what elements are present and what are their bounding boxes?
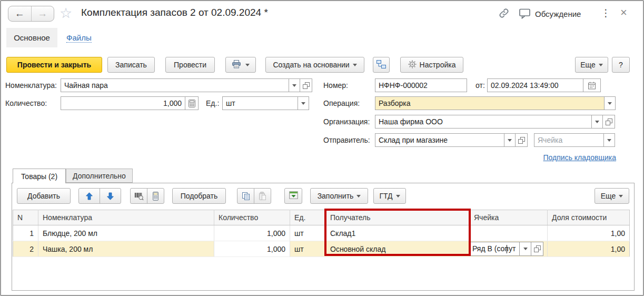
fill-button[interactable]: Заполнить [310, 188, 368, 204]
chevron-down-icon [599, 64, 603, 66]
sender-open-icon[interactable] [515, 133, 528, 147]
page-title: Комплектация запасов 2 от 02.09.2024 * [81, 7, 268, 18]
column-header-nomenclature[interactable]: Номенклатура [38, 210, 214, 225]
items-table: N Номенклатура Количество Ед. Получатель… [13, 210, 630, 257]
cell-receiver[interactable]: Основной склад [326, 241, 470, 257]
unit-dropdown-button[interactable] [298, 96, 309, 110]
cell-n[interactable]: 1 [13, 225, 38, 241]
show-in-list-button[interactable] [284, 188, 302, 204]
table-row[interactable]: 1 Блюдце, 200 мл 1,000 шт Склад1 1,00 [13, 225, 630, 241]
cell-quantity[interactable]: 1,000 [214, 225, 290, 241]
barcode-group [130, 188, 164, 204]
barcode-scan-icon[interactable] [130, 188, 147, 204]
settings-label: Настройка [420, 61, 456, 69]
cell-unit[interactable]: шт [290, 241, 326, 257]
column-header-quantity[interactable]: Количество [214, 210, 290, 225]
cell-quantity[interactable]: 1,000 [214, 241, 290, 257]
settings-button[interactable]: Настройка [400, 57, 463, 73]
cell-nomenclature[interactable]: Блюдце, 200 мл [38, 225, 214, 241]
discussion-icon[interactable] [519, 8, 531, 19]
more-button[interactable]: Еще [575, 57, 608, 73]
cell-nomenclature[interactable]: Чашка, 200 мл [38, 241, 214, 257]
cell-n[interactable]: 2 [13, 241, 38, 257]
table-header-row: N Номенклатура Количество Ед. Получатель… [13, 210, 630, 225]
print-button[interactable] [225, 57, 256, 73]
gtd-button[interactable]: ГТД [373, 188, 406, 204]
storekeeper-signature-link[interactable]: Подпись кладовщика [538, 153, 616, 162]
copy-rows-icon[interactable] [237, 188, 254, 204]
more-menu-icon[interactable]: ⋮ [601, 7, 611, 19]
table-green-icon [289, 191, 298, 201]
more-label: Еще [580, 61, 596, 69]
organization-open-icon[interactable] [602, 115, 615, 129]
cell-unit[interactable]: шт [290, 225, 326, 241]
data-terminal-icon[interactable] [147, 188, 164, 204]
cell-editor-input[interactable]: Ряд В (сопут [470, 242, 520, 256]
column-header-receiver[interactable]: Получатель [326, 210, 470, 225]
pick-items-button[interactable]: Подобрать [172, 188, 226, 204]
pick-items-label: Подобрать [181, 192, 218, 200]
chevron-down-icon [356, 195, 361, 198]
document-window: ← → ☆ Комплектация запасов 2 от 02.09.20… [0, 0, 644, 296]
favorite-star-icon[interactable]: ☆ [60, 5, 72, 21]
sender-field[interactable]: Склад при магазине [375, 133, 504, 147]
cell-receiver[interactable]: Склад1 [326, 225, 470, 241]
unit-field[interactable]: шт [222, 96, 298, 110]
cell-cell[interactable] [470, 225, 548, 241]
forward-button[interactable]: → [32, 6, 54, 21]
chevron-down-icon [619, 195, 623, 198]
create-based-on-button[interactable]: Создать на основании [265, 57, 364, 73]
items-more-button[interactable]: Еще [595, 188, 629, 204]
write-button[interactable]: Записать [107, 57, 155, 73]
tab-additional[interactable]: Дополнительно [66, 169, 133, 183]
add-row-button[interactable]: Добавить [17, 188, 71, 204]
post-and-close-button[interactable]: Провести и закрыть [6, 57, 102, 73]
chevron-down-icon [245, 64, 250, 66]
get-link-icon[interactable] [498, 7, 510, 19]
help-button[interactable]: ? [612, 57, 630, 73]
tab-files[interactable]: Файлы [66, 33, 92, 43]
nomenclature-open-icon[interactable] [300, 78, 312, 92]
move-row-group [78, 188, 121, 204]
nomenclature-dropdown-button[interactable] [289, 78, 300, 92]
operation-field[interactable]: Разборка [375, 96, 605, 110]
cell-cost-share[interactable]: 1,00 [548, 241, 630, 257]
cell-cell-editor: Ряд В (сопут [470, 241, 548, 257]
quantity-field[interactable]: 1,000 [61, 96, 185, 110]
organization-dropdown-button[interactable] [591, 115, 603, 129]
cell-field[interactable]: Ячейка [534, 133, 604, 147]
history-nav-group: ← → [8, 6, 54, 22]
sender-label: Отправитель: [323, 136, 370, 144]
sender-dropdown-button[interactable] [504, 133, 516, 147]
calendar-icon[interactable] [583, 78, 601, 92]
cell-dropdown-button[interactable] [603, 133, 615, 147]
number-field[interactable]: НФНФ-000002 [375, 78, 467, 92]
tab-main[interactable]: Основное [6, 28, 57, 47]
organization-field[interactable]: Наша фирма ООО [375, 115, 592, 129]
related-documents-button[interactable] [373, 57, 390, 73]
operation-label: Операция: [323, 99, 360, 107]
tab-goods[interactable]: Товары (2) [13, 169, 66, 183]
column-header-cost-share[interactable]: Доля стоимости [548, 210, 630, 225]
calculator-icon[interactable] [185, 96, 199, 110]
cell-editor-open-icon[interactable] [531, 242, 543, 256]
back-button[interactable]: ← [8, 6, 32, 21]
cell-editor-dropdown-button[interactable] [519, 242, 531, 256]
create-based-on-label: Создать на основании [273, 61, 349, 69]
date-field[interactable]: 02.09.2024 13:49:00 [487, 78, 583, 92]
move-down-button[interactable] [100, 188, 121, 204]
column-header-n[interactable]: N [13, 210, 38, 225]
column-header-unit[interactable]: Ед. [290, 210, 326, 225]
cell-cost-share[interactable]: 1,00 [548, 225, 630, 241]
close-icon[interactable]: × [620, 6, 627, 19]
table-row-selected[interactable]: 2 Чашка, 200 мл 1,000 шт Основной склад … [13, 241, 630, 257]
move-up-button[interactable] [78, 188, 100, 204]
date-label: от: [475, 81, 485, 90]
paste-rows-icon[interactable] [254, 188, 271, 204]
discussion-label[interactable]: Обсуждение [535, 9, 581, 18]
column-header-cell[interactable]: Ячейка [470, 210, 548, 225]
post-button[interactable]: Провести [165, 57, 215, 73]
operation-dropdown-button[interactable] [604, 96, 616, 110]
chevron-down-icon [396, 195, 400, 198]
nomenclature-field[interactable]: Чайная пара [61, 78, 289, 92]
